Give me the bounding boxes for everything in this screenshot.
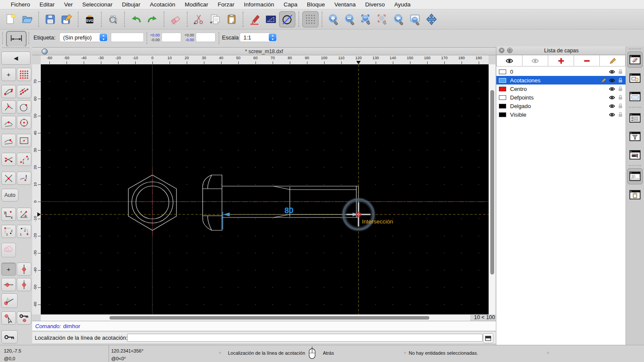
snap-center-of-lines-button[interactable] — [1, 100, 16, 114]
menu-acotación[interactable]: Acotación — [145, 1, 180, 8]
erase-button[interactable] — [167, 11, 184, 27]
snap-distance-button[interactable] — [1, 134, 16, 147]
layer-lock-icon[interactable] — [618, 86, 623, 92]
menu-forzar[interactable]: Forzar — [213, 1, 239, 8]
escala-select[interactable]: 1:1▲▼ — [240, 33, 277, 42]
horizontal-scrollbar[interactable] — [41, 314, 470, 321]
layer-lock-icon[interactable] — [618, 77, 623, 83]
corner-2-1-button[interactable]: 12 — [17, 225, 31, 238]
dock-command-widget-button[interactable] — [627, 168, 643, 184]
dimension-horizontal-button[interactable] — [6, 31, 27, 47]
snap-intersection-manual-button[interactable]: ! — [17, 172, 31, 185]
zoom-auto-button[interactable] — [358, 11, 374, 27]
hide-all-layers-button[interactable] — [522, 55, 548, 66]
coordinate-cartesian-button[interactable]: yx — [1, 208, 16, 221]
restrict-orthogonal-button[interactable] — [17, 278, 31, 291]
layer-edit-pencil-icon[interactable] — [601, 78, 606, 83]
layer-row[interactable]: Acotaciones — [496, 76, 626, 84]
snap-center-button[interactable] — [17, 116, 31, 129]
snap-sequence-1-2-button[interactable]: 12 — [17, 153, 31, 166]
cut-button[interactable] — [191, 11, 207, 27]
dock-library-browser-button[interactable] — [627, 88, 643, 105]
menu-capa[interactable]: Capa — [279, 1, 302, 8]
layer-lock-icon[interactable] — [618, 103, 623, 109]
save-as-button[interactable] — [58, 11, 75, 27]
dock-selection-filter-button[interactable] — [627, 128, 643, 145]
layer-visibility-eye-icon[interactable] — [609, 87, 615, 91]
zoom-in-button[interactable] — [325, 11, 342, 27]
snap-auto-button[interactable]: Auto — [1, 189, 18, 202]
layer-visibility-eye-icon[interactable] — [609, 104, 615, 109]
zoom-previous-button[interactable] — [391, 11, 407, 27]
command-input[interactable] — [127, 334, 483, 342]
layer-visibility-eye-icon[interactable] — [609, 112, 615, 117]
layer-visibility-eye-icon[interactable] — [609, 78, 615, 83]
prefix-input[interactable] — [111, 33, 144, 42]
snap-bounding-box-button[interactable] — [17, 134, 31, 147]
redo-button[interactable] — [144, 11, 161, 27]
document-titlebar[interactable]: * screw_m18.dxf — [32, 47, 496, 55]
menu-fichero[interactable]: Fichero — [6, 1, 35, 8]
snap-on-circle-button[interactable] — [17, 100, 31, 114]
zoom-pan-button[interactable] — [423, 11, 440, 27]
dock-entity-list-button[interactable] — [627, 110, 643, 126]
snap-back-button[interactable]: ◀ — [1, 51, 30, 65]
menu-dibujar[interactable]: Dibujar — [117, 1, 145, 8]
open-file-button[interactable] — [19, 11, 35, 27]
close-panel-button[interactable]: ✕ — [499, 48, 504, 53]
new-file-button[interactable] — [3, 11, 19, 27]
menu-información[interactable]: Información — [239, 1, 279, 8]
layer-row[interactable]: Delgado — [496, 102, 626, 110]
vertical-scrollbar-thumb[interactable] — [490, 90, 494, 275]
drawing-canvas[interactable]: 80 Intersección — [41, 64, 489, 314]
menu-diverso[interactable]: Diverso — [360, 1, 389, 8]
paste-button[interactable] — [223, 11, 240, 27]
snap-intersection-auto-button[interactable] — [1, 153, 16, 166]
layer-row[interactable]: Visible — [496, 110, 626, 119]
layer-visibility-eye-icon[interactable] — [609, 69, 615, 74]
dock-block-list-button[interactable] — [627, 70, 643, 86]
zoom-selection-button[interactable] — [374, 11, 391, 27]
export-svg-button[interactable]: SVG — [82, 11, 98, 27]
zoom-window-button[interactable] — [407, 11, 423, 27]
layer-row[interactable]: Defpoints — [496, 93, 626, 102]
snap-grid-button[interactable] — [17, 68, 31, 81]
corner-1-2-button[interactable]: 12 — [1, 225, 16, 238]
command-window-toggle-button[interactable] — [483, 333, 493, 343]
snap-intersection-button[interactable] — [1, 172, 16, 185]
set-relative-zero-button[interactable] — [1, 311, 16, 325]
dock-clipboard-button[interactable] — [627, 187, 643, 203]
menu-modificar[interactable]: Modificar — [180, 1, 213, 8]
print-preview-button[interactable] — [105, 11, 121, 27]
coordinate-polar-button[interactable]: ra — [17, 208, 31, 221]
layer-lock-icon[interactable] — [618, 69, 623, 75]
layer-row[interactable]: Centro — [496, 84, 626, 93]
draw-pen-button[interactable] — [246, 11, 263, 27]
show-all-layers-button[interactable] — [496, 55, 522, 66]
copy-button[interactable] — [207, 11, 223, 27]
horizontal-scrollbar-thumb[interactable] — [109, 316, 429, 320]
menu-seleccionar[interactable]: Seleccionar — [78, 1, 118, 8]
snap-endpoint-button[interactable] — [1, 85, 16, 98]
undock-panel-button[interactable]: ❐ — [507, 48, 513, 53]
layer-lock-icon[interactable] — [618, 112, 623, 118]
snap-on-entity-button[interactable] — [17, 85, 31, 98]
layer-row[interactable]: 0 — [496, 67, 626, 76]
layer-lock-icon[interactable] — [618, 94, 623, 100]
snap-middle-button[interactable] — [1, 116, 16, 129]
restrict-horizontal-button[interactable] — [1, 278, 16, 291]
edit-layer-button[interactable] — [600, 55, 626, 66]
lock-relative-zero-button[interactable] — [17, 311, 31, 325]
menu-bloque[interactable]: Bloque — [302, 1, 330, 8]
add-layer-button[interactable] — [548, 55, 574, 66]
grid-toggle-button[interactable] — [302, 11, 319, 27]
dock-pen-palette-button[interactable] — [627, 147, 643, 163]
restrict-nothing-button[interactable]: + — [1, 262, 16, 276]
tolerance-input-2[interactable] — [196, 33, 216, 42]
undo-button[interactable] — [128, 11, 144, 27]
remove-layer-button[interactable] — [574, 55, 600, 66]
menu-ayuda[interactable]: Ayuda — [389, 1, 415, 8]
dock-layer-list-button[interactable] — [627, 51, 643, 68]
menu-ventana[interactable]: Ventana — [330, 1, 361, 8]
restrict-off-button[interactable] — [1, 243, 16, 257]
